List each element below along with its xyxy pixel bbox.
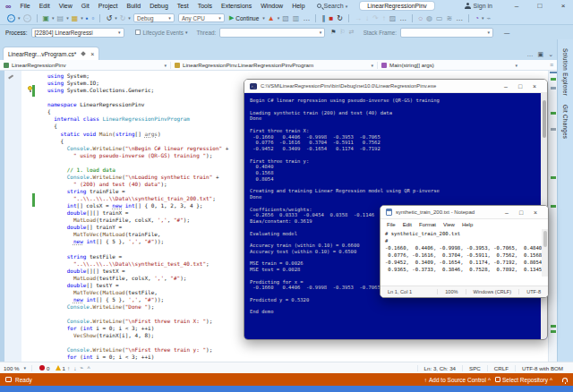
project-dropdown[interactable]: LinearRegressionPinv ▾ [0, 60, 170, 70]
add-to-source-control-button[interactable]: ↑ Add to Source Control ^ [424, 377, 491, 383]
document-tab[interactable]: LinearRegr...vProgram.cs* × [4, 47, 98, 60]
editor-scrollbar[interactable] [548, 71, 557, 362]
chevron-down-icon[interactable]: ▾ [52, 15, 55, 21]
chevron-down-icon[interactable]: ▾ [278, 15, 280, 21]
chevron-down-icon[interactable]: ▾ [66, 15, 69, 21]
expand-icon[interactable]: ⌄ [548, 51, 553, 58]
flag-icon[interactable]: ⚑ [330, 29, 336, 36]
close-button[interactable]: × [553, 2, 573, 10]
memory-icon[interactable]: ≋ [447, 14, 453, 22]
minimize-button[interactable]: – [507, 2, 526, 10]
undo-icon[interactable]: ↺ [106, 14, 112, 22]
error-count[interactable]: 0 [47, 365, 49, 371]
split-window-icon[interactable]: ▣ [538, 51, 544, 58]
chevron-down-icon[interactable]: ▾ [81, 15, 83, 21]
maximize-button[interactable]: □ [530, 2, 550, 10]
flag-outline-icon[interactable]: ⚐ [340, 29, 346, 36]
find-in-files-icon[interactable]: ▧ [282, 14, 289, 22]
new-file-icon[interactable]: ▤ [57, 14, 64, 22]
continue-button[interactable]: ▶Continue [229, 14, 259, 21]
tab-close-icon[interactable]: × [90, 51, 94, 57]
show-next-statement-icon[interactable]: → [355, 14, 362, 22]
thread-select[interactable]: ▾ [219, 28, 325, 38]
stop-icon[interactable]: ■ [329, 14, 333, 22]
notepad-text-area[interactable]: # synthetic_train_200.txt#-0.1660, 0.440… [381, 229, 542, 277]
lifecycle-events-checkbox[interactable] [135, 30, 141, 35]
chevron-down-icon[interactable]: ▾ [262, 15, 265, 21]
tab-overflow-icon[interactable]: … [527, 51, 534, 58]
redo-icon[interactable]: ↻ [120, 14, 126, 22]
hot-reload-icon[interactable]: ▲ [268, 14, 275, 22]
new-project-icon[interactable]: ▣ [43, 14, 50, 22]
overflow-icon[interactable]: … [303, 14, 310, 22]
pause-icon[interactable]: ∥ [321, 14, 325, 22]
chevron-down-icon[interactable]: ▾ [128, 15, 131, 21]
notepad-title-bar[interactable]: synthetic_train_200.txt - Notepad – □ × [381, 206, 548, 219]
restart-icon[interactable]: ↻ [337, 14, 343, 22]
notepad-menu-file[interactable]: File [387, 222, 396, 227]
notepad-menu-view[interactable]: View [443, 222, 455, 227]
close-button[interactable]: × [527, 83, 542, 89]
nav-back-icon[interactable]: ← [7, 14, 15, 22]
save-all-icon[interactable]: ▫ [92, 14, 95, 22]
menu-window[interactable]: Window [256, 3, 287, 9]
save-icon[interactable]: ▪ [86, 14, 89, 22]
type-dropdown[interactable]: LinearRegressionPinv.LinearRegressionPin… [171, 60, 377, 70]
watch-icon[interactable]: ▭ [436, 14, 443, 22]
notepad-scrollbar[interactable] [542, 229, 548, 277]
menu-project[interactable]: Project [94, 3, 123, 9]
notifications-bell-icon[interactable] [562, 378, 568, 382]
notepad-window[interactable]: synthetic_train_200.txt - Notepad – □ × … [380, 205, 549, 298]
menu-build[interactable]: Build [123, 3, 146, 9]
process-select[interactable]: [22804] LinearRegressi ▾ [31, 28, 124, 38]
menu-help[interactable]: Help [287, 3, 309, 9]
scrollbar-thumb[interactable] [543, 231, 547, 247]
nav-forward-icon[interactable]: → [23, 14, 31, 22]
maximize-button[interactable]: □ [514, 209, 528, 216]
expand-icon[interactable]: ^ [87, 365, 90, 371]
close-button[interactable]: × [528, 209, 543, 216]
prev-issue-icon[interactable]: ↑ [67, 365, 70, 371]
menu-test[interactable]: Test [173, 3, 193, 9]
platform-select[interactable]: Any CPU▾ [178, 13, 225, 22]
maximize-button[interactable]: □ [513, 83, 527, 89]
step-over-icon[interactable]: ↷ [372, 14, 379, 22]
scrollbar-thumb[interactable] [543, 100, 546, 138]
minimize-button[interactable]: – [499, 83, 513, 89]
member-dropdown[interactable]: Main(string[] args) ▾ [378, 60, 521, 70]
next-issue-icon[interactable]: ↓ [73, 365, 76, 371]
breakpoints-icon[interactable]: ◌ [418, 14, 423, 22]
stack-frame-select[interactable]: ▾ [400, 28, 493, 38]
immediate-icon[interactable]: ▨ [389, 14, 397, 22]
menu-file[interactable]: File [15, 3, 34, 9]
side-tab-git-changes[interactable]: Git Changes [562, 105, 569, 139]
chevron-down-icon[interactable]: ▾ [18, 15, 21, 21]
warning-count[interactable]: 1 [63, 365, 65, 371]
notepad-menu-format[interactable]: Format [419, 222, 436, 227]
chevron-down-icon[interactable]: ▾ [115, 15, 117, 21]
configuration-select[interactable]: Debug▾ [133, 13, 175, 22]
feedback-icon[interactable]: ◔ [475, 14, 479, 22]
exceptions-icon[interactable]: ◍ [426, 14, 432, 22]
console-title-bar[interactable]: ›_ C:\VSM\LinearRegressionPinv\bin\Debug… [244, 80, 547, 93]
cycle-threads-icon[interactable]: ⇄ [349, 29, 355, 36]
overflow2-icon[interactable]: … [399, 14, 406, 22]
side-tab-solution-explorer[interactable]: Solution Explorer [562, 48, 569, 96]
toolbar-overflow-icon[interactable]: — [504, 30, 509, 36]
select-repository-button[interactable]: Select Repository ^ [495, 377, 552, 383]
zoom-select[interactable]: 100 % ▾ [4, 365, 32, 371]
scrollbar-thumb[interactable] [550, 72, 557, 73]
live-share-icon[interactable]: ▥ [293, 14, 300, 22]
menu-git[interactable]: Git [77, 3, 94, 9]
notepad-menu-edit[interactable]: Edit [403, 222, 412, 227]
menu-extensions[interactable]: Extensions [217, 3, 256, 9]
notepad-menu-help[interactable]: Help [462, 222, 473, 227]
step-into-icon[interactable]: ↓ [365, 14, 369, 22]
menu-view[interactable]: View [55, 3, 77, 9]
overflow3-icon[interactable]: … [456, 14, 463, 22]
code-cleanup-icon[interactable]: ⌁ [80, 364, 83, 371]
minimize-button[interactable]: – [500, 209, 514, 216]
sign-in-button[interactable]: Sign in [465, 3, 492, 9]
search-control[interactable]: Search ▾ [317, 3, 348, 9]
menu-tools[interactable]: Tools [193, 3, 217, 9]
